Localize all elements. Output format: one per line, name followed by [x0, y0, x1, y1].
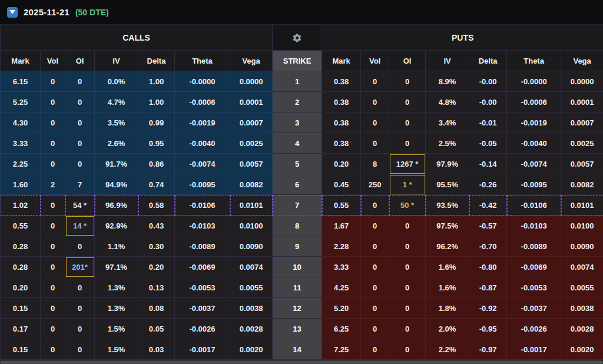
put-theta-cell[interactable]: -0.0019 [507, 112, 561, 133]
call-iv-cell[interactable]: 91.7% [95, 154, 138, 174]
call-oi-cell[interactable]: 0 [65, 92, 95, 112]
call-theta-cell[interactable]: -0.0095 [175, 174, 230, 195]
call-vol-cell[interactable]: 0 [41, 236, 65, 257]
call-oi-cell[interactable]: 0 [65, 339, 95, 360]
put-vol-cell[interactable]: 8 [361, 154, 389, 174]
call-vol-cell[interactable]: 0 [41, 92, 65, 112]
call-delta-cell[interactable]: 0.86 [138, 154, 175, 174]
put-vega-cell[interactable]: 0.0074 [561, 257, 603, 277]
put-theta-cell[interactable]: -0.0095 [507, 174, 561, 195]
call-iv-cell[interactable]: 92.9% [95, 216, 138, 236]
call-vega-cell[interactable]: 0.0025 [230, 133, 273, 154]
put-mark-cell[interactable]: 0.38 [322, 112, 361, 133]
put-delta-cell[interactable]: -0.42 [469, 195, 507, 216]
call-mark-cell[interactable]: 0.28 [1, 236, 41, 257]
call-vol-cell[interactable]: 0 [41, 277, 65, 298]
call-vol-cell[interactable]: 0 [41, 339, 65, 360]
put-mark-cell[interactable]: 3.33 [322, 257, 361, 277]
put-delta-cell[interactable]: -0.87 [469, 277, 507, 298]
put-vega-cell[interactable]: 0.0020 [561, 339, 603, 360]
call-delta-cell[interactable]: 0.95 [138, 133, 175, 154]
call-vega-cell[interactable]: 0.0100 [230, 216, 273, 236]
put-oi-cell[interactable]: 0 [389, 112, 426, 133]
put-vol-cell[interactable]: 0 [361, 133, 389, 154]
call-theta-cell[interactable]: -0.0069 [175, 257, 230, 277]
call-theta-cell[interactable]: -0.0037 [175, 298, 230, 319]
put-delta-cell[interactable]: -0.00 [469, 92, 507, 112]
call-vol-cell[interactable]: 0 [41, 195, 65, 216]
put-theta-cell[interactable]: -0.0106 [507, 195, 561, 216]
strike-cell[interactable]: 11 [273, 277, 322, 298]
call-mark-cell[interactable]: 1.60 [1, 174, 41, 195]
put-vol-cell[interactable]: 0 [361, 92, 389, 112]
put-iv-cell[interactable]: 93.5% [426, 195, 469, 216]
put-iv-cell[interactable]: 1.6% [426, 257, 469, 277]
put-vol-cell[interactable]: 0 [361, 298, 389, 319]
call-vol-cell[interactable]: 0 [41, 319, 65, 339]
call-vega-cell[interactable]: 0.0001 [230, 92, 273, 112]
call-delta-cell[interactable]: 1.00 [138, 92, 175, 112]
call-oi-cell[interactable]: 0 [65, 154, 95, 174]
put-mark-cell[interactable]: 2.28 [322, 236, 361, 257]
call-mark-cell[interactable]: 2.25 [1, 154, 41, 174]
strike-cell[interactable]: 4 [273, 133, 322, 154]
call-delta-cell[interactable]: 0.05 [138, 319, 175, 339]
call-mark-cell[interactable]: 1.02 [1, 195, 41, 216]
put-theta-cell[interactable]: -0.0074 [507, 154, 561, 174]
put-vol-cell[interactable]: 0 [361, 319, 389, 339]
call-iv-cell[interactable]: 96.9% [95, 195, 138, 216]
call-oi-cell[interactable]: 0 [65, 319, 95, 339]
call-mark-cell[interactable]: 3.33 [1, 133, 41, 154]
put-vol-cell[interactable]: 0 [361, 339, 389, 360]
put-delta-cell[interactable]: -0.57 [469, 216, 507, 236]
put-mark-cell[interactable]: 5.20 [322, 298, 361, 319]
call-mark-cell[interactable]: 6.15 [1, 71, 41, 92]
strike-cell[interactable]: 13 [273, 319, 322, 339]
call-delta-cell[interactable]: 0.08 [138, 298, 175, 319]
put-theta-cell[interactable]: -0.0053 [507, 277, 561, 298]
call-iv-cell[interactable]: 1.5% [95, 319, 138, 339]
call-theta-cell[interactable]: -0.0017 [175, 339, 230, 360]
put-theta-cell[interactable]: -0.0040 [507, 133, 561, 154]
put-vega-cell[interactable]: 0.0101 [561, 195, 603, 216]
call-vega-cell[interactable]: 0.0020 [230, 339, 273, 360]
put-theta-cell[interactable]: -0.0026 [507, 319, 561, 339]
put-mark-cell[interactable]: 0.38 [322, 133, 361, 154]
horizontal-scrollbar-thumb[interactable] [0, 360, 603, 364]
put-iv-cell[interactable]: 8.9% [426, 71, 469, 92]
call-vega-cell[interactable]: 0.0090 [230, 236, 273, 257]
put-delta-cell[interactable]: -0.97 [469, 339, 507, 360]
call-vega-cell[interactable]: 0.0028 [230, 319, 273, 339]
call-iv-cell[interactable]: 2.6% [95, 133, 138, 154]
call-oi-cell[interactable]: 14 * [65, 216, 95, 236]
put-mark-cell[interactable]: 4.25 [322, 277, 361, 298]
call-oi-cell[interactable]: 0 [65, 236, 95, 257]
put-iv-cell[interactable]: 2.0% [426, 319, 469, 339]
call-delta-cell[interactable]: 0.58 [138, 195, 175, 216]
call-vol-cell[interactable]: 0 [41, 71, 65, 92]
call-delta-cell[interactable]: 0.99 [138, 112, 175, 133]
put-oi-cell[interactable]: 0 [389, 71, 426, 92]
put-oi-cell[interactable]: 0 [389, 298, 426, 319]
call-iv-cell[interactable]: 1.3% [95, 277, 138, 298]
call-oi-cell[interactable]: 0 [65, 133, 95, 154]
put-mark-cell[interactable]: 1.67 [322, 216, 361, 236]
call-delta-cell[interactable]: 0.20 [138, 257, 175, 277]
call-theta-cell[interactable]: -0.0000 [175, 71, 230, 92]
call-delta-cell[interactable]: 1.00 [138, 71, 175, 92]
call-theta-cell[interactable]: -0.0006 [175, 92, 230, 112]
put-vol-cell[interactable]: 0 [361, 71, 389, 92]
strike-cell[interactable]: 5 [273, 154, 322, 174]
call-theta-cell[interactable]: -0.0089 [175, 236, 230, 257]
call-iv-cell[interactable]: 97.1% [95, 257, 138, 277]
call-oi-cell[interactable]: 54 * [65, 195, 95, 216]
put-mark-cell[interactable]: 0.55 [322, 195, 361, 216]
call-mark-cell[interactable]: 4.30 [1, 112, 41, 133]
put-mark-cell[interactable]: 0.20 [322, 154, 361, 174]
put-theta-cell[interactable]: -0.0037 [507, 298, 561, 319]
put-vega-cell[interactable]: 0.0090 [561, 236, 603, 257]
call-iv-cell[interactable]: 1.3% [95, 298, 138, 319]
put-vol-cell[interactable]: 0 [361, 216, 389, 236]
put-vega-cell[interactable]: 0.0057 [561, 154, 603, 174]
put-theta-cell[interactable]: -0.0069 [507, 257, 561, 277]
